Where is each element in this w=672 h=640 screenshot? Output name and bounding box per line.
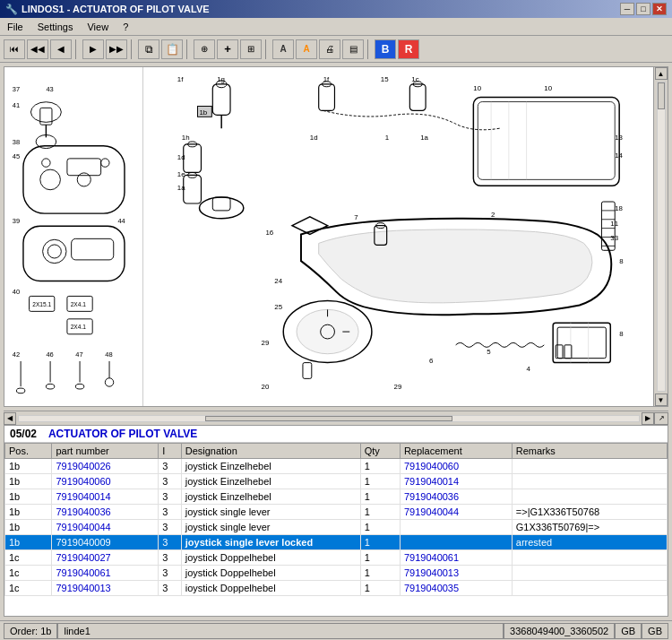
list-button[interactable]: ▤ bbox=[342, 39, 364, 59]
cell-part-number[interactable]: 7919040044 bbox=[52, 520, 159, 535]
diagram-left-panel: 37 43 41 38 45 39 bbox=[4, 67, 143, 406]
svg-text:1g: 1g bbox=[217, 75, 225, 83]
nav-prev-button[interactable]: ◀ bbox=[50, 39, 72, 59]
close-button[interactable]: ✕ bbox=[652, 3, 667, 15]
table-row[interactable]: 1b79190400143joystick Einzelhebel1791904… bbox=[5, 489, 668, 505]
cell-i: 3 bbox=[159, 566, 182, 581]
nav-prev-prev-button[interactable]: ◀◀ bbox=[27, 39, 48, 59]
cell-qty: 1 bbox=[360, 550, 400, 566]
svg-text:47: 47 bbox=[75, 350, 82, 359]
gb2-label: GB bbox=[648, 626, 662, 636]
cell-part-number[interactable]: 7919040061 bbox=[52, 566, 159, 581]
cell-replacement bbox=[400, 535, 512, 550]
scroll-down-button[interactable]: ▼ bbox=[655, 394, 668, 406]
menu-settings[interactable]: Settings bbox=[34, 21, 77, 33]
replacement-link[interactable]: 7919040035 bbox=[404, 583, 459, 593]
zoom-out-button[interactable]: ⊞ bbox=[240, 39, 262, 59]
part-number-link[interactable]: 7919040061 bbox=[56, 567, 110, 578]
table-container[interactable]: Pos. part number I Designation Qty Repla… bbox=[4, 443, 668, 611]
replacement-link[interactable]: 7919040044 bbox=[404, 506, 459, 517]
zoom-in-button[interactable]: + bbox=[217, 39, 238, 59]
svg-text:1h: 1h bbox=[182, 134, 190, 142]
part-number-link[interactable]: 7919040009 bbox=[56, 537, 110, 548]
table-row[interactable]: 1b79190400363joystick single lever179190… bbox=[5, 505, 668, 520]
diagram-area[interactable]: 37 43 41 38 45 39 bbox=[4, 66, 668, 407]
table-row[interactable]: 1b79190400263joystick Einzelhebel1791904… bbox=[5, 459, 668, 474]
table-row[interactable]: 1b79190400093joystick single lever locke… bbox=[5, 535, 668, 550]
table-row[interactable]: 1c79190400613joystick Doppelhebel1791904… bbox=[5, 566, 668, 581]
user-label: linde1 bbox=[64, 626, 90, 636]
col-pos: Pos. bbox=[5, 444, 52, 459]
menu-help[interactable]: ? bbox=[119, 21, 132, 33]
replacement-link[interactable]: 7919040014 bbox=[404, 476, 459, 487]
nav-next-button[interactable]: ▶ bbox=[82, 39, 104, 59]
svg-point-35 bbox=[46, 384, 54, 389]
find-b-button[interactable]: A bbox=[296, 39, 317, 59]
menu-view[interactable]: View bbox=[83, 21, 112, 33]
part-number-link[interactable]: 7919040060 bbox=[56, 476, 110, 487]
table-row[interactable]: 1c79190400273joystick Doppelhebel1791904… bbox=[5, 550, 668, 566]
cell-remarks bbox=[512, 474, 667, 489]
print-button[interactable]: 🖨 bbox=[319, 39, 340, 59]
cell-part-number[interactable]: 7919040014 bbox=[52, 489, 159, 505]
cell-part-number[interactable]: 7919040009 bbox=[52, 535, 159, 550]
cell-designation: joystick single lever bbox=[181, 520, 360, 535]
nav-next-next-button[interactable]: ▶▶ bbox=[106, 39, 127, 59]
h-scroll-right-button[interactable]: ▶ bbox=[642, 412, 654, 425]
cell-remarks bbox=[512, 550, 667, 566]
zoom-area-button[interactable]: ⊕ bbox=[194, 39, 215, 59]
section-header: 05/02 ACTUATOR OF PILOT VALVE bbox=[4, 426, 668, 443]
part-number-link[interactable]: 7919040014 bbox=[56, 491, 110, 502]
svg-text:15: 15 bbox=[381, 75, 389, 83]
h-scroll-corner[interactable]: ↗ bbox=[654, 412, 668, 425]
replacement-link[interactable]: 7919040061 bbox=[404, 552, 459, 563]
svg-text:37: 37 bbox=[13, 85, 20, 93]
cell-replacement: 7919040044 bbox=[400, 505, 512, 520]
cell-part-number[interactable]: 7919040013 bbox=[52, 581, 159, 596]
cell-part-number[interactable]: 7919040060 bbox=[52, 474, 159, 489]
cell-qty: 1 bbox=[360, 535, 400, 550]
replacement-link[interactable]: 7919040013 bbox=[404, 567, 459, 578]
svg-rect-50 bbox=[409, 84, 426, 111]
cell-part-number[interactable]: 7919040027 bbox=[52, 550, 159, 566]
red-square-button[interactable]: R bbox=[398, 39, 419, 59]
cell-part-number[interactable]: 7919040036 bbox=[52, 505, 159, 520]
horizontal-scrollbar[interactable]: ◀ ▶ ↗ bbox=[4, 411, 668, 425]
diagram-scrollbar[interactable]: ▲ ▼ bbox=[653, 67, 668, 406]
part-number-link[interactable]: 7919040044 bbox=[56, 522, 110, 532]
scroll-up-button[interactable]: ▲ bbox=[655, 67, 668, 80]
cell-i: 3 bbox=[159, 505, 182, 520]
part-number-link[interactable]: 7919040026 bbox=[56, 461, 110, 471]
table-row[interactable]: 1b79190400603joystick Einzelhebel1791904… bbox=[5, 474, 668, 489]
part-number-link[interactable]: 7919040013 bbox=[56, 583, 110, 593]
paste-button[interactable]: 📋 bbox=[161, 39, 183, 59]
minimize-button[interactable]: ─ bbox=[620, 3, 634, 15]
cell-qty: 1 bbox=[360, 505, 400, 520]
copy-button[interactable]: ⧉ bbox=[138, 39, 159, 59]
table-row[interactable]: 1b79190400443joystick single lever1G1X33… bbox=[5, 520, 668, 535]
svg-text:20: 20 bbox=[262, 383, 270, 391]
cell-i: 3 bbox=[159, 489, 182, 505]
svg-text:11: 11 bbox=[610, 220, 618, 228]
replacement-link[interactable]: 7919040060 bbox=[404, 461, 459, 471]
cell-part-number[interactable]: 7919040026 bbox=[52, 459, 159, 474]
part-number-link[interactable]: 7919040036 bbox=[56, 506, 110, 517]
h-scroll-left-button[interactable]: ◀ bbox=[4, 412, 16, 425]
svg-text:2X4.1: 2X4.1 bbox=[71, 301, 87, 307]
part-number-link[interactable]: 7919040027 bbox=[56, 552, 110, 563]
svg-text:1b: 1b bbox=[200, 108, 208, 117]
replacement-link[interactable]: 7919040036 bbox=[404, 491, 459, 502]
cell-replacement: 7919040035 bbox=[400, 581, 512, 596]
find-a-button[interactable]: A bbox=[272, 39, 294, 59]
scroll-thumb[interactable] bbox=[658, 82, 665, 109]
h-scroll-thumb[interactable] bbox=[205, 416, 453, 421]
svg-point-11 bbox=[77, 173, 90, 186]
nav-start-button[interactable]: ⏮ bbox=[4, 39, 25, 59]
blue-square-button[interactable]: B bbox=[375, 39, 396, 59]
table-row[interactable]: 1c79190400133ioystick Doppelhebel1791904… bbox=[5, 581, 668, 596]
maximize-button[interactable]: □ bbox=[636, 3, 650, 15]
svg-text:16: 16 bbox=[266, 229, 274, 237]
menu-file[interactable]: File bbox=[4, 21, 27, 33]
menubar: File Settings View ? bbox=[0, 18, 672, 36]
col-part-number: part number bbox=[52, 444, 159, 459]
